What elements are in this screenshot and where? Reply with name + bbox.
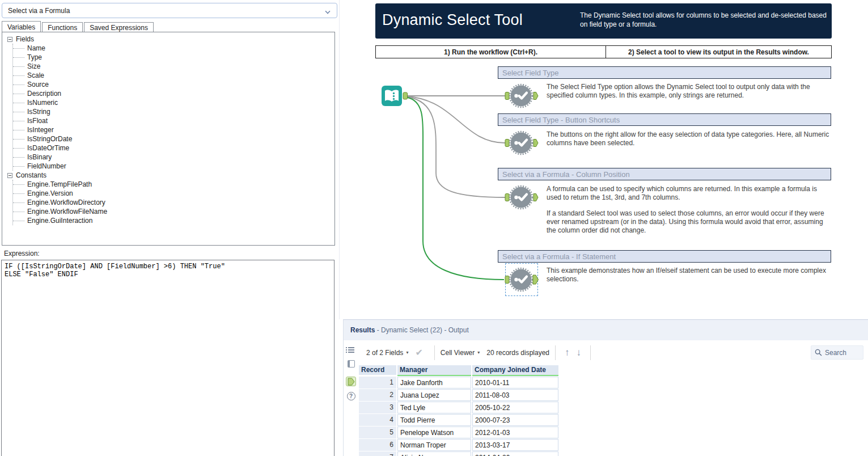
tree-item[interactable]: Engine.WorkflowDirectory [13, 198, 335, 207]
tree-item[interactable]: IsDateOrTime [13, 143, 335, 153]
table-cell[interactable]: 2014-04-20 [472, 451, 558, 456]
workflow-canvas[interactable]: Dynamic Select Tool The Dynamic Select t… [339, 0, 868, 319]
configuration-panel: Select via a Formula Variables Functions… [0, 0, 339, 456]
table-cell[interactable]: Jake Danforth [397, 377, 471, 389]
column-header[interactable]: Record [359, 365, 396, 375]
expression-editor[interactable]: IF ([IsStringOrDate] AND [FieldNumber] >… [1, 260, 335, 456]
tree-item[interactable]: IsFloat [13, 116, 335, 125]
section-header-select-field-type: Select Field Type [498, 66, 831, 79]
apply-check-icon[interactable]: ✔ [415, 347, 422, 358]
section-description: The Select Field Type option allows the … [547, 83, 833, 100]
table-cell[interactable]: Alicia Nye [397, 451, 471, 456]
select-mode-dropdown[interactable]: Select via a Formula [2, 3, 337, 18]
tree-item[interactable]: IsNumeric [13, 98, 335, 107]
collapse-icon[interactable] [7, 173, 12, 178]
results-table-body: 1Jake Danforth2010-01-112Juana Lopez2011… [359, 377, 560, 456]
fields-dropdown[interactable]: 2 of 2 Fields▾ [366, 349, 408, 357]
output-anchor [533, 92, 538, 100]
output-anchor [533, 140, 538, 147]
results-table: RecordManagerCompany Joined Date 1Jake D… [359, 365, 560, 456]
dynamic-select-tool-3[interactable] [505, 184, 539, 211]
toolbar-separator [590, 345, 591, 360]
tree-item[interactable]: Source [13, 80, 335, 89]
tree-item[interactable]: Description [13, 89, 335, 98]
table-cell[interactable]: 2011-08-03 [472, 389, 558, 401]
tree-group[interactable]: Fields [5, 35, 335, 44]
table-cell[interactable]: 5 [359, 427, 396, 438]
table-cell[interactable]: 2013-03-17 [472, 439, 558, 451]
table-cell[interactable]: 1 [359, 377, 396, 389]
table-cell[interactable]: Norman Troper [397, 439, 471, 451]
profile-list-icon[interactable] [346, 345, 356, 354]
tree-item[interactable]: Engine.WorkflowFileName [13, 207, 335, 216]
table-cell[interactable]: Juana Lopez [397, 389, 471, 401]
table-row[interactable]: 2Juana Lopez2011-08-03 [359, 389, 560, 401]
check-badge-icon [514, 94, 518, 98]
tree-group[interactable]: Constants [5, 171, 335, 180]
table-cell[interactable]: 6 [359, 439, 396, 451]
dynamic-select-tool-4-selected[interactable] [505, 266, 539, 293]
tab-saved-expressions[interactable]: Saved Expressions [84, 22, 154, 32]
instruction-box-1: 1) Run the workflow (Ctrl+R). [375, 45, 606, 58]
tree-item[interactable]: Engine.GuiInteraction [13, 216, 335, 225]
section-header-if-statement: Select via a Formula - If Statement [498, 250, 831, 263]
tree-item[interactable]: IsString [13, 107, 335, 116]
table-row[interactable]: 6Norman Troper2013-03-17 [359, 439, 560, 451]
tree-item[interactable]: Scale [13, 71, 335, 80]
table-row[interactable]: 7Alicia Nye2014-04-20 [359, 451, 560, 456]
cell-viewer-dropdown[interactable]: Cell Viewer▾ [441, 349, 480, 357]
tree-item[interactable]: Name [13, 44, 335, 53]
output-anchor-icon[interactable] [346, 377, 356, 386]
table-cell[interactable]: 2000-07-23 [472, 414, 558, 426]
variables-tree[interactable]: FieldsNameTypeSizeScaleSourceDescription… [2, 32, 335, 246]
tree-item[interactable]: Engine.Version [13, 189, 335, 198]
table-row[interactable]: 1Jake Danforth2010-01-11 [359, 377, 560, 389]
input-data-tool[interactable] [382, 86, 409, 106]
toolbar-separator [434, 345, 435, 360]
table-cell[interactable]: 7 [359, 451, 396, 456]
table-cell[interactable]: 2005-10-22 [472, 402, 558, 413]
metadata-icon[interactable] [346, 359, 356, 369]
results-table-header: RecordManagerCompany Joined Date [359, 365, 560, 376]
previous-arrow-icon[interactable]: ↑ [565, 347, 570, 358]
tree-item[interactable]: IsInteger [13, 125, 335, 134]
table-row[interactable]: 3Ted Lyle2005-10-22 [359, 402, 560, 413]
tree-item[interactable]: IsBinary [13, 153, 335, 162]
table-row[interactable]: 5Penelope Watson2012-01-03 [359, 427, 560, 438]
output-anchor [403, 92, 408, 99]
table-cell[interactable]: 2 [359, 389, 396, 401]
table-cell[interactable]: 3 [359, 402, 396, 413]
tab-functions[interactable]: Functions [42, 22, 83, 32]
tree-item[interactable]: Engine.TempFilePath [13, 180, 335, 189]
tab-variables[interactable]: Variables [2, 21, 41, 32]
workflow-title: Dynamic Select Tool [382, 11, 523, 29]
collapse-icon[interactable] [7, 37, 12, 42]
dynamic-select-tool-2[interactable] [505, 129, 539, 157]
table-cell[interactable]: Penelope Watson [397, 427, 471, 438]
expression-line: ELSE "False" ENDIF [5, 271, 78, 278]
tree-group-label: Constants [16, 171, 46, 180]
dynamic-select-tool-1[interactable] [505, 82, 539, 109]
table-cell[interactable]: 2012-01-03 [472, 427, 558, 438]
table-cell[interactable]: 2010-01-11 [472, 377, 558, 389]
records-displayed-label: 20 records displayed [486, 349, 549, 357]
table-cell[interactable]: Ted Lyle [397, 402, 471, 413]
table-cell[interactable]: Todd Pierre [397, 414, 471, 426]
tree-item[interactable]: Type [13, 53, 335, 62]
tree-item[interactable]: IsStringOrDate [13, 134, 335, 143]
results-panel: Results - Dynamic Select (22) - Output ?… [343, 319, 868, 456]
workflow-title-banner: Dynamic Select Tool The Dynamic Select t… [375, 3, 832, 39]
results-anchor-strip: ? [344, 340, 358, 456]
column-header[interactable]: Company Joined Date [472, 365, 558, 376]
table-row[interactable]: 4Todd Pierre2000-07-23 [359, 414, 560, 426]
help-icon[interactable]: ? [347, 392, 355, 400]
results-toolbar: 2 of 2 Fields▾ ✔ Cell Viewer▾ 20 records… [358, 340, 868, 365]
input-anchor [505, 276, 509, 284]
tree-item[interactable]: Size [13, 62, 335, 71]
next-arrow-icon[interactable]: ↓ [577, 347, 582, 358]
tree-item[interactable]: FieldNumber [13, 162, 335, 171]
workflow-title-description: The Dynamic Select tool allows for colum… [580, 11, 835, 29]
search-box[interactable] [811, 345, 863, 360]
table-cell[interactable]: 4 [359, 414, 396, 426]
column-header[interactable]: Manager [397, 365, 471, 376]
